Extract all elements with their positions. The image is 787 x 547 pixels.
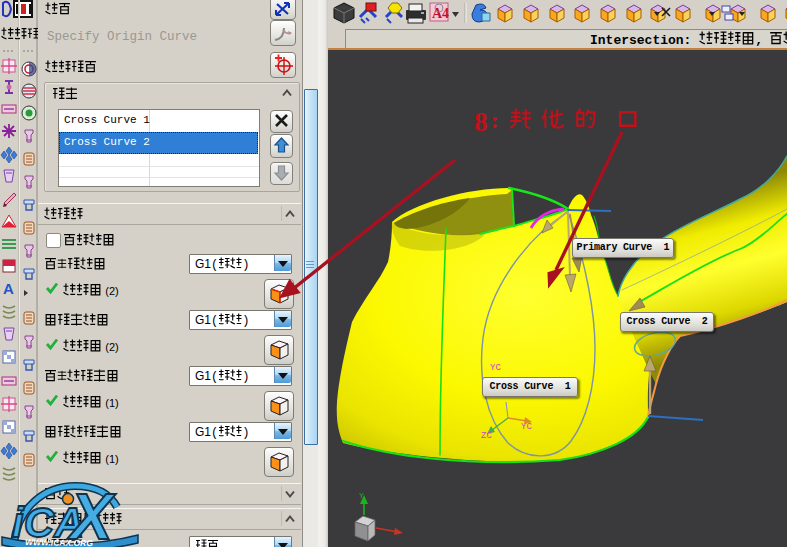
svg-text:YC: YC — [521, 422, 532, 432]
svg-text:ZC: ZC — [481, 431, 492, 441]
svg-text:Y: Y — [359, 491, 364, 500]
svg-text:YC: YC — [490, 363, 501, 373]
